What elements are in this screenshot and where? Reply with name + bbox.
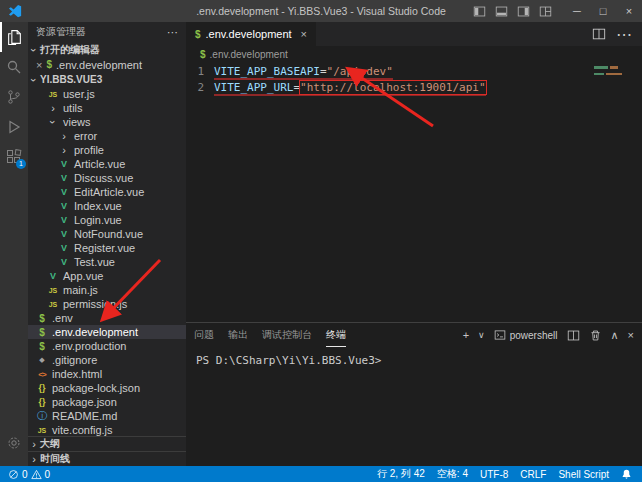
status-item[interactable]: 空格: 4: [437, 467, 468, 481]
tree-item[interactable]: <> index.html: [28, 367, 186, 381]
file-name: Index.vue: [74, 200, 122, 212]
tree-item[interactable]: V Article.vue: [28, 157, 186, 171]
panel-tab[interactable]: 问题: [194, 323, 214, 347]
vscode-logo-icon: [8, 4, 23, 19]
error-icon: [8, 469, 19, 480]
toggle-panel-icon[interactable]: [495, 5, 508, 18]
status-item[interactable]: CRLF: [520, 469, 546, 480]
customize-layout-icon[interactable]: [539, 5, 552, 18]
status-item[interactable]: Shell Script: [558, 469, 609, 480]
tree-item[interactable]: V Register.vue: [28, 241, 186, 255]
file-name: views: [63, 116, 91, 128]
activity-source-control[interactable]: [0, 82, 28, 112]
outline-section[interactable]: › 大纲: [28, 436, 186, 451]
files-icon: [6, 29, 23, 46]
kill-terminal-icon[interactable]: [589, 329, 602, 342]
tree-item[interactable]: › utils: [28, 101, 186, 115]
activity-extensions[interactable]: 1: [0, 142, 28, 172]
tree-item[interactable]: V Test.vue: [28, 255, 186, 269]
open-editor-item[interactable]: × $ .env.development: [28, 57, 186, 72]
close-icon[interactable]: ×: [301, 28, 307, 40]
terminal-name: powershell: [510, 330, 558, 341]
close-button[interactable]: ×: [616, 0, 642, 22]
toggle-sidebar-icon[interactable]: [473, 5, 486, 18]
code-editor[interactable]: 1 VITE_APP_BASEAPI="/api-dev" 2 VITE_APP…: [186, 62, 642, 322]
close-panel-icon[interactable]: ×: [628, 329, 634, 341]
file-name: Article.vue: [74, 158, 125, 170]
file-icon: V: [58, 229, 70, 239]
workspace-header[interactable]: › YI.BBS.VUE3: [28, 72, 186, 87]
tree-item[interactable]: JS permission.js: [28, 297, 186, 311]
maximize-button[interactable]: □: [590, 0, 616, 22]
activity-explorer[interactable]: [0, 22, 28, 52]
tree-item[interactable]: ◆ .gitignore: [28, 353, 186, 367]
tree-item[interactable]: › error: [28, 129, 186, 143]
breadcrumb-item[interactable]: .env.development: [210, 49, 288, 60]
terminal-dropdown-icon[interactable]: ∨: [478, 330, 485, 340]
tree-item[interactable]: $ .env.production: [28, 339, 186, 353]
vscode-window: .env.development - Yi.BBS.Vue3 - Visual …: [0, 0, 642, 482]
tree-item[interactable]: JS vite.config.js: [28, 423, 186, 436]
file-name: App.vue: [63, 270, 103, 282]
activity-settings[interactable]: [0, 428, 28, 458]
tree-item[interactable]: V App.vue: [28, 269, 186, 283]
activity-bar: 1: [0, 22, 28, 466]
tree-item[interactable]: ⓘ README.md: [28, 409, 186, 423]
file-name: .gitignore: [52, 354, 97, 366]
new-terminal-icon[interactable]: +: [463, 329, 469, 341]
chevron-right-icon: ›: [28, 453, 40, 465]
tree-item[interactable]: V Login.vue: [28, 213, 186, 227]
maximize-panel-icon[interactable]: ∧: [611, 329, 619, 342]
bottom-panel: 问题 输出 调试控制台 终端 + ∨ powershell: [186, 322, 642, 466]
breadcrumb[interactable]: $ .env.development: [186, 46, 642, 62]
open-editor-label: .env.development: [56, 59, 142, 71]
split-terminal-icon[interactable]: [567, 329, 580, 342]
terminal[interactable]: PS D:\CSharp\Yi\Yi.BBS.Vue3>: [186, 347, 642, 466]
error-count: 0: [22, 469, 28, 480]
code-token: VITE_APP_URL: [214, 81, 293, 94]
minimize-button[interactable]: ─: [564, 0, 590, 22]
gear-icon: [6, 435, 22, 451]
open-editors-label: 打开的编辑器: [40, 43, 100, 57]
sidebar-title: 资源管理器: [36, 25, 86, 39]
panel-actions: + ∨ powershell ∧ ×: [463, 329, 634, 342]
split-editor-icon[interactable]: [592, 27, 606, 41]
tree-item[interactable]: › views: [28, 115, 186, 129]
more-actions-icon[interactable]: ⋯: [616, 25, 632, 44]
tree-item[interactable]: $ .env: [28, 311, 186, 325]
file-icon: V: [58, 201, 70, 211]
bell-icon[interactable]: [621, 469, 632, 480]
tab-env-development[interactable]: $ .env.development ×: [186, 22, 316, 46]
status-item[interactable]: 行 2, 列 42: [377, 467, 425, 481]
panel-tab[interactable]: 调试控制台: [262, 323, 312, 347]
tree-item[interactable]: › profile: [28, 143, 186, 157]
close-icon[interactable]: ×: [36, 59, 42, 71]
file-name: .env: [52, 312, 73, 324]
tree-item[interactable]: JS main.js: [28, 283, 186, 297]
tree-item[interactable]: V EditArticle.vue: [28, 185, 186, 199]
file-icon: ›: [47, 116, 59, 128]
status-item[interactable]: UTF-8: [480, 469, 508, 480]
code-token: =: [320, 65, 327, 78]
open-editors-header[interactable]: › 打开的编辑器: [28, 42, 186, 57]
tree-item[interactable]: V NotFound.vue: [28, 227, 186, 241]
problems-status[interactable]: 0 0: [8, 469, 50, 480]
toggle-secondary-sidebar-icon[interactable]: [517, 5, 530, 18]
terminal-tab[interactable]: powershell: [494, 329, 558, 341]
file-icon: V: [58, 187, 70, 197]
tree-item[interactable]: JS user.js: [28, 87, 186, 101]
activity-run-debug[interactable]: [0, 112, 28, 142]
tree-item[interactable]: {} package.json: [28, 395, 186, 409]
minimap[interactable]: [594, 66, 626, 79]
tree-item[interactable]: $ .env.development: [28, 325, 186, 339]
timeline-section[interactable]: › 时间线: [28, 451, 186, 466]
activity-search[interactable]: [0, 52, 28, 82]
panel-tab[interactable]: 终端: [326, 323, 346, 347]
tree-item[interactable]: V Index.vue: [28, 199, 186, 213]
code-line: 1 VITE_APP_BASEAPI="/api-dev": [186, 64, 642, 80]
more-actions-icon[interactable]: ⋯: [167, 26, 178, 39]
tree-item[interactable]: {} package-lock.json: [28, 381, 186, 395]
tree-item[interactable]: V Discuss.vue: [28, 171, 186, 185]
file-name: package-lock.json: [52, 382, 140, 394]
panel-tab[interactable]: 输出: [228, 323, 248, 347]
